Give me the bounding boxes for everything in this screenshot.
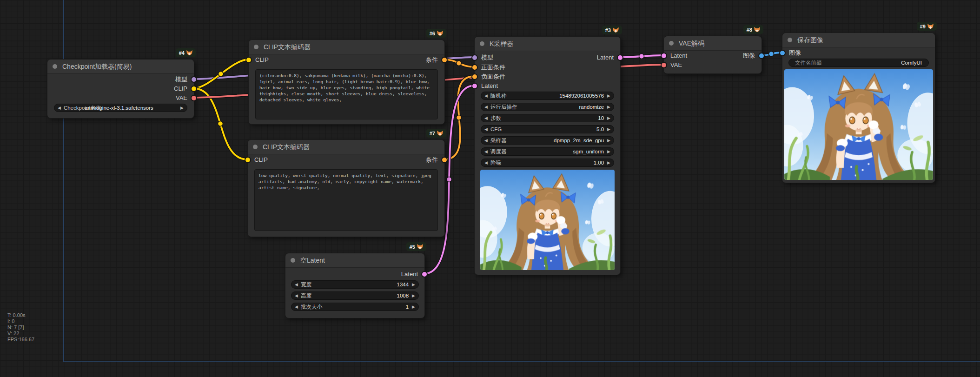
collapse-dot[interactable] bbox=[480, 41, 484, 46]
output-label-clip: CLIP bbox=[174, 85, 187, 92]
widget-checkpoint-name[interactable]: ◀ Checkpoint名称 animagine-xl-3.1.safetens… bbox=[54, 104, 187, 112]
widget-value: randomize bbox=[520, 104, 607, 110]
output-slot-image[interactable] bbox=[759, 53, 764, 58]
node-checkpoint-loader[interactable]: #4 Checkpoint加载器(简易) 模型 CLIP VAE ◀ Check… bbox=[47, 59, 194, 119]
output-slot-vae[interactable] bbox=[192, 96, 196, 100]
increment-icon[interactable]: ▶ bbox=[412, 291, 415, 300]
increment-icon[interactable]: ▶ bbox=[607, 114, 610, 122]
fox-icon bbox=[437, 131, 443, 136]
increment-icon[interactable]: ▶ bbox=[607, 159, 610, 167]
node-vae-decode[interactable]: #8 VAE解码 Latent 图像 VAE bbox=[663, 36, 762, 74]
widget-batch-size[interactable]: ◀ 批次大小 1 ▶ bbox=[291, 303, 419, 311]
output-slot-model[interactable] bbox=[192, 77, 196, 82]
output-slot-conditioning[interactable] bbox=[442, 58, 447, 62]
input-slot-model[interactable] bbox=[472, 55, 477, 60]
node-titlebar[interactable]: K采样器 bbox=[475, 37, 620, 51]
node-id: #3 bbox=[605, 27, 611, 33]
collapse-dot[interactable] bbox=[53, 64, 57, 69]
input-slot-positive[interactable] bbox=[472, 65, 477, 70]
input-slot-vae[interactable] bbox=[662, 63, 666, 67]
node-clip-encode-negative[interactable]: #7 CLIP文本编码器 CLIP 条件 low quality, worst … bbox=[247, 139, 445, 237]
node-save-image[interactable]: #9 保存图像 图像 文件名前缀 ComfyUI bbox=[782, 33, 935, 183]
collapse-dot[interactable] bbox=[291, 258, 295, 263]
decrement-icon[interactable]: ◀ bbox=[295, 303, 298, 311]
widget-seed[interactable]: ◀ 随机种 154892061005576 ▶ bbox=[481, 92, 614, 100]
positive-prompt-textarea[interactable]: (ciloranko:0.8), sakyumama (kedama milk)… bbox=[255, 69, 438, 119]
input-slot-latent[interactable] bbox=[472, 84, 477, 88]
widget-height[interactable]: ◀ 高度 1008 ▶ bbox=[291, 291, 419, 300]
decrement-icon[interactable]: ◀ bbox=[484, 103, 488, 111]
increment-icon[interactable]: ▶ bbox=[412, 303, 415, 311]
node-titlebar[interactable]: VAE解码 bbox=[664, 36, 761, 51]
widget-denoise[interactable]: ◀ 降噪 1.00 ▶ bbox=[481, 159, 614, 167]
decrement-icon[interactable]: ◀ bbox=[484, 92, 488, 100]
node-badge: #4 bbox=[176, 48, 196, 57]
input-slot-clip[interactable] bbox=[245, 158, 250, 162]
widget-filename-prefix[interactable]: 文件名前缀 ComfyUI bbox=[788, 59, 929, 67]
decrement-icon[interactable]: ◀ bbox=[295, 291, 298, 300]
node-titlebar[interactable]: 保存图像 bbox=[782, 33, 935, 47]
increment-icon[interactable]: ▶ bbox=[607, 136, 610, 145]
node-title: K采样器 bbox=[490, 37, 513, 51]
increment-icon[interactable]: ▶ bbox=[412, 280, 415, 289]
widget-value: 5.0 bbox=[504, 126, 607, 132]
stat-fps: FPS:166.67 bbox=[7, 337, 34, 343]
output-slot-latent[interactable] bbox=[618, 55, 622, 60]
widget-label: 宽度 bbox=[298, 281, 314, 288]
node-empty-latent[interactable]: #5 空Latent Latent ◀ 宽度 1344 ▶ ◀ 高度 1008 … bbox=[285, 253, 425, 318]
decrement-icon[interactable]: ◀ bbox=[484, 114, 488, 122]
wire-image[interactable] bbox=[761, 52, 782, 57]
increment-icon[interactable]: ▶ bbox=[607, 103, 610, 111]
wire-cond-positive[interactable] bbox=[444, 60, 474, 67]
output-slot-clip[interactable] bbox=[192, 86, 196, 91]
input-slot-clip[interactable] bbox=[246, 58, 251, 62]
wire-latent-sampler-to-decode[interactable] bbox=[620, 54, 663, 59]
decrement-icon[interactable]: ◀ bbox=[484, 147, 488, 156]
increment-icon[interactable]: ▶ bbox=[607, 147, 610, 156]
node-clip-encode-positive[interactable]: #6 CLIP文本编码器 CLIP 条件 (ciloranko:0.8), sa… bbox=[248, 40, 445, 125]
widget-control-after-generate[interactable]: ◀ 运行后操作 randomize ▶ bbox=[481, 103, 614, 111]
negative-prompt-textarea[interactable]: low quality, worst quality, normal quali… bbox=[254, 169, 438, 231]
node-badge: #7 bbox=[426, 129, 446, 138]
increment-icon[interactable]: ▶ bbox=[607, 125, 610, 133]
collapse-dot[interactable] bbox=[254, 45, 258, 49]
output-slot-latent[interactable] bbox=[422, 272, 427, 277]
widget-cfg[interactable]: ◀ CFG 5.0 ▶ bbox=[481, 125, 614, 133]
wire-cond-negative[interactable] bbox=[444, 76, 474, 159]
next-value-icon[interactable]: ▶ bbox=[180, 104, 184, 112]
widget-value: dpmpp_2m_sde_gpu bbox=[509, 138, 607, 143]
fox-icon bbox=[927, 24, 934, 29]
widget-label: 步数 bbox=[488, 115, 504, 122]
wire-clip-negative[interactable] bbox=[193, 88, 247, 159]
input-slot-negative[interactable] bbox=[472, 74, 477, 79]
decrement-icon[interactable]: ◀ bbox=[484, 125, 488, 133]
widget-width[interactable]: ◀ 宽度 1344 ▶ bbox=[291, 280, 419, 289]
decrement-icon[interactable]: ◀ bbox=[484, 136, 488, 145]
collapse-dot[interactable] bbox=[253, 145, 258, 149]
decrement-icon[interactable]: ◀ bbox=[484, 159, 488, 167]
node-titlebar[interactable]: CLIP文本编码器 bbox=[248, 140, 444, 154]
node-titlebar[interactable]: CLIP文本编码器 bbox=[249, 40, 444, 54]
output-label-latent: Latent bbox=[401, 271, 418, 278]
node-badge: #6 bbox=[426, 29, 446, 38]
stat-iterations: I: 0 bbox=[7, 318, 34, 324]
node-badge: #3 bbox=[602, 26, 622, 34]
fox-icon bbox=[613, 27, 619, 33]
node-titlebar[interactable]: 空Latent bbox=[285, 253, 424, 268]
input-slot-image[interactable] bbox=[780, 51, 785, 55]
collapse-dot[interactable] bbox=[788, 38, 792, 42]
prev-value-icon[interactable]: ◀ bbox=[58, 104, 61, 112]
output-label-vae: VAE bbox=[176, 94, 187, 101]
output-slot-conditioning[interactable] bbox=[442, 158, 447, 162]
wire-clip-positive[interactable] bbox=[193, 60, 248, 88]
widget-sampler-name[interactable]: ◀ 采样器 dpmpp_2m_sde_gpu ▶ bbox=[481, 136, 614, 145]
perf-stats-overlay: T: 0.00s I: 0 N: 7 [7] V: 22 FPS:166.67 bbox=[7, 312, 34, 343]
input-slot-latent[interactable] bbox=[662, 53, 666, 58]
widget-steps[interactable]: ◀ 步数 10 ▶ bbox=[481, 114, 614, 122]
node-titlebar[interactable]: Checkpoint加载器(简易) bbox=[47, 60, 194, 74]
decrement-icon[interactable]: ◀ bbox=[295, 280, 298, 289]
node-ksampler[interactable]: #3 K采样器 模型 Latent 正面条件 负面条件 Latent ◀ 随机种… bbox=[474, 36, 621, 275]
collapse-dot[interactable] bbox=[669, 41, 674, 46]
widget-scheduler[interactable]: ◀ 调度器 sgm_uniform ▶ bbox=[481, 147, 614, 156]
increment-icon[interactable]: ▶ bbox=[607, 92, 610, 100]
